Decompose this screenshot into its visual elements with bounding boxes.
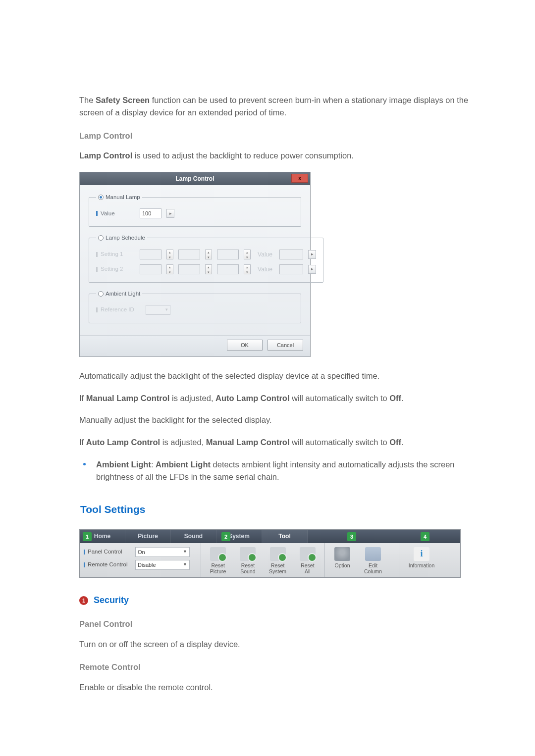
text: will automatically switch to: [292, 438, 389, 447]
callout-badge-1: 1: [83, 532, 92, 541]
lamp-control-term: Lamp Control: [79, 151, 132, 160]
ribbon-option-section: Option EditColumn: [325, 543, 399, 577]
panel-control-dropdown[interactable]: On ▼: [135, 547, 190, 557]
manual-switch-paragraph: If Manual Lamp Control is adjusted, Auto…: [79, 392, 482, 404]
term: Off: [389, 394, 401, 403]
text: is adjusted,: [162, 438, 206, 447]
reset-system-button[interactable]: ResetSystem: [265, 547, 291, 574]
manual-lamp-legend[interactable]: Manual Lamp: [96, 193, 142, 202]
spinner: ▴▾: [166, 250, 173, 259]
ampm-input: [217, 250, 239, 259]
value-input: [279, 250, 303, 259]
ribbon-info-section: i Information: [399, 543, 460, 577]
text: All: [305, 568, 311, 574]
tab-tool[interactable]: Tool: [262, 530, 308, 543]
lamp-schedule-legend[interactable]: Lamp Schedule: [96, 234, 147, 242]
close-button[interactable]: x: [291, 174, 308, 183]
ribbon-reset-section: ResetPicture ResetSound ResetSystem Rese…: [201, 543, 325, 577]
manual-adjust-paragraph: Manually adjust the backlight for the se…: [79, 414, 482, 426]
remote-control-label: Remote Control: [84, 560, 135, 569]
reset-all-button[interactable]: ResetAll: [295, 547, 321, 574]
text: If: [79, 394, 86, 403]
information-button[interactable]: i Information: [403, 547, 440, 574]
text: Picture: [210, 568, 226, 574]
callout-badge: 1: [79, 596, 88, 605]
radio-icon[interactable]: [98, 235, 104, 241]
term: Ambient Light: [96, 460, 151, 469]
text: Column: [364, 568, 382, 574]
slider-handle: ▸: [308, 265, 316, 274]
term: Manual Lamp Control: [86, 394, 170, 403]
manual-lamp-group: Manual Lamp Value 100 ▸: [89, 193, 301, 227]
text: Option: [335, 562, 350, 568]
spinner: ▴▾: [205, 264, 212, 274]
tool-settings-ribbon: Home Picture Sound System Tool 1 2 3 4 P…: [79, 529, 461, 578]
text: Edit: [369, 562, 377, 568]
cancel-button[interactable]: Cancel: [268, 340, 303, 351]
text: Sound: [240, 568, 255, 574]
term: Manual Lamp Control: [206, 438, 290, 447]
spinner: ▴▾: [244, 264, 251, 274]
term: Ambient Light: [156, 460, 211, 469]
ok-button[interactable]: OK: [227, 340, 263, 351]
hour-input: [140, 250, 161, 259]
reset-sound-button[interactable]: ResetSound: [235, 547, 261, 574]
security-title-text: Security: [94, 595, 129, 605]
text: If: [79, 438, 86, 447]
reference-id-label: Reference ID: [96, 305, 141, 314]
list-item: Ambient Light: Ambient Light detects amb…: [92, 458, 482, 483]
edit-column-icon: [365, 547, 381, 561]
remote-control-dropdown[interactable]: Disable ▼: [135, 560, 190, 570]
auto-switch-paragraph: If Auto Lamp Control is adjusted, Manual…: [79, 436, 482, 449]
text: is adjusted,: [172, 394, 215, 403]
dialog-button-row: OK Cancel: [80, 335, 310, 356]
option-button[interactable]: Option: [329, 547, 356, 574]
slider-handle: ▸: [308, 250, 316, 259]
dialog-title: Lamp Control: [176, 174, 214, 183]
text: is used to adjust the backlight to reduc…: [135, 151, 354, 160]
info-icon: i: [414, 547, 429, 561]
auto-adjust-paragraph: Automatically adjust the backlight of th…: [79, 370, 482, 382]
chevron-down-icon: ▼: [183, 561, 187, 568]
tab-sound[interactable]: Sound: [171, 530, 216, 543]
lamp-control-desc: Lamp Control is used to adjust the backl…: [79, 150, 482, 162]
value-input: [279, 264, 303, 274]
close-icon: x: [298, 174, 302, 183]
edit-column-button[interactable]: EditColumn: [360, 547, 386, 574]
setting1-label: Setting 1: [96, 250, 135, 258]
panel-control-desc: Turn on or off the screen of a display d…: [79, 638, 482, 651]
tool-settings-heading: Tool Settings: [80, 502, 482, 517]
option-icon: [334, 547, 350, 561]
reset-picture-button[interactable]: ResetPicture: [205, 547, 231, 574]
text: Reset: [211, 562, 224, 568]
callout-badge-4: 4: [421, 532, 429, 541]
term: Auto Lamp Control: [215, 394, 289, 403]
text: Reset: [271, 562, 284, 568]
text: Information: [409, 562, 435, 568]
setting2-label: Setting 2: [96, 265, 135, 273]
lamp-schedule-group: Lamp Schedule Setting 1 ▴▾ ▴▾ ▴▾ Value ▸…: [89, 234, 323, 282]
text: :: [151, 460, 156, 469]
safety-screen-paragraph: The Safety Screen function can be used t…: [79, 94, 482, 119]
value-input[interactable]: 100: [140, 208, 161, 218]
text: The: [79, 96, 96, 104]
text: System: [269, 568, 286, 574]
hour-input: [140, 264, 161, 274]
radio-icon[interactable]: [98, 291, 104, 297]
dropdown-value: Disable: [138, 561, 156, 569]
radio-icon[interactable]: [98, 195, 104, 200]
slider-handle[interactable]: ▸: [166, 209, 174, 218]
dropdown-value: On: [138, 548, 145, 556]
value-label: Value: [96, 209, 135, 218]
tab-picture[interactable]: Picture: [125, 530, 171, 543]
text: Reset: [241, 562, 255, 568]
ambient-light-legend[interactable]: Ambient Light: [96, 290, 142, 298]
value-label: Value: [256, 250, 274, 259]
reset-system-icon: [270, 547, 286, 561]
reference-id-dropdown: ▾: [146, 305, 170, 315]
callout-badge-2: 2: [221, 532, 230, 541]
ribbon-security-section: Panel Control On ▼ Remote Control Disabl…: [80, 543, 201, 577]
lamp-control-dialog: Lamp Control x Manual Lamp Value 100 ▸ L…: [79, 172, 311, 357]
reset-picture-icon: [210, 547, 226, 561]
text: Reset: [301, 562, 314, 568]
